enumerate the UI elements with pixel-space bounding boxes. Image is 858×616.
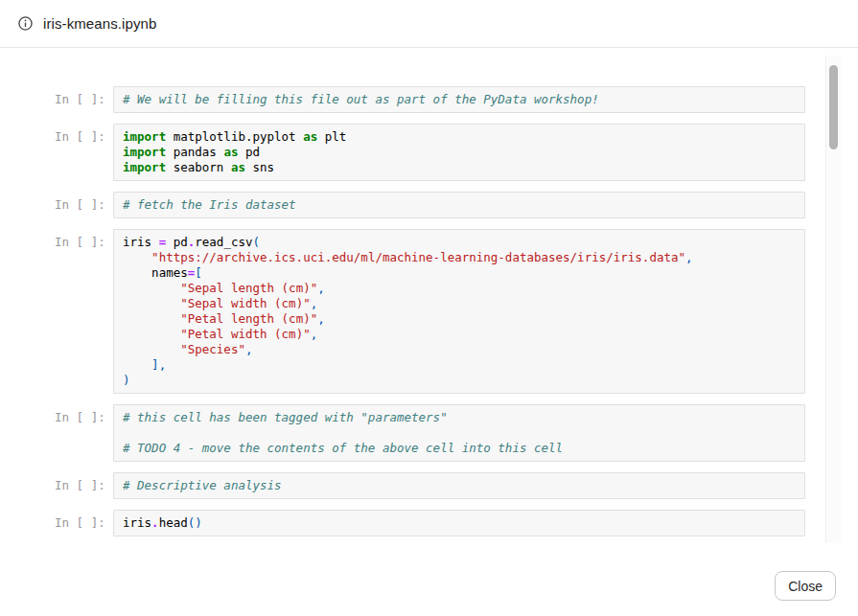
close-button[interactable]: Close — [775, 571, 836, 601]
cell-prompt: In [ ]: — [55, 192, 104, 212]
code-content: # We will be filling this file out as pa… — [123, 92, 796, 107]
notebook-cell: In [ ]:# this cell has been tagged with … — [55, 404, 805, 462]
code-cell: # this cell has been tagged with "parame… — [113, 404, 805, 462]
code-cell: import matplotlib.pyplot as plt import p… — [113, 124, 805, 181]
cell-prompt: In [ ]: — [55, 472, 104, 492]
notebook-cell: In [ ]:iris = pd.read_csv( "https://arch… — [55, 229, 805, 394]
modal-footer: Close — [0, 546, 858, 616]
code-content: iris = pd.read_csv( "https://archive.ics… — [123, 235, 796, 388]
notebook-cell: In [ ]:# Descriptive analysis — [55, 472, 805, 499]
notebook-cell: In [ ]:# We will be filling this file ou… — [55, 86, 805, 113]
notebook-scroll-area[interactable]: In [ ]:# We will be filling this file ou… — [0, 49, 858, 546]
code-content: # fetch the Iris dataset — [123, 197, 796, 213]
cell-prompt: In [ ]: — [55, 404, 104, 424]
cell-prompt: In [ ]: — [55, 229, 104, 249]
code-cell: iris.head() — [113, 510, 805, 536]
modal-title: iris-kmeans.ipynb — [43, 15, 156, 32]
notebook-cell: In [ ]:iris.head() — [55, 510, 805, 536]
notebook-preview-modal: iris-kmeans.ipynb In [ ]:# We will be fi… — [0, 0, 858, 616]
modal-header: iris-kmeans.ipynb — [0, 0, 858, 48]
code-cell: # We will be filling this file out as pa… — [113, 86, 805, 113]
notebook-cells: In [ ]:# We will be filling this file ou… — [0, 49, 858, 546]
notebook-cell: In [ ]:# fetch the Iris dataset — [55, 192, 805, 218]
code-cell: iris = pd.read_csv( "https://archive.ics… — [113, 229, 805, 394]
info-icon — [18, 16, 33, 31]
code-cell: # Descriptive analysis — [113, 472, 805, 499]
code-cell: # fetch the Iris dataset — [113, 192, 805, 218]
notebook-cell: In [ ]:import matplotlib.pyplot as plt i… — [55, 124, 805, 181]
code-content: import matplotlib.pyplot as plt import p… — [123, 129, 796, 175]
code-content: # Descriptive analysis — [123, 478, 796, 493]
cell-prompt: In [ ]: — [55, 124, 104, 144]
scrollbar-track[interactable] — [825, 56, 841, 543]
code-content: iris.head() — [123, 515, 796, 531]
cell-prompt: In [ ]: — [55, 86, 104, 106]
scrollbar-thumb[interactable] — [829, 65, 838, 149]
cell-prompt: In [ ]: — [55, 510, 104, 530]
code-content: # this cell has been tagged with "parame… — [123, 410, 796, 456]
